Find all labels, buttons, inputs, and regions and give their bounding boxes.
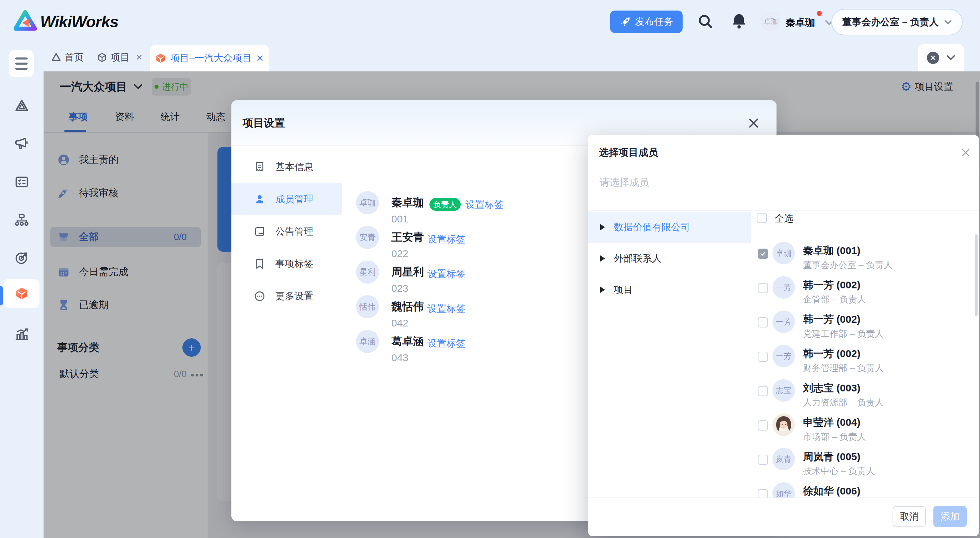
tab-project[interactable]: 项目 ✕ — [97, 43, 143, 71]
tree-node-company[interactable]: 数据价值有限公司 — [588, 211, 751, 243]
member-checkbox[interactable] — [758, 386, 768, 396]
member-checkbox[interactable] — [758, 352, 768, 362]
set-tag-link[interactable]: 设置标签 — [427, 233, 466, 246]
picker-member-name: 刘志宝 (003) — [803, 381, 860, 395]
avatar: 志宝 — [772, 379, 795, 402]
settings-modal-close-icon[interactable] — [748, 117, 759, 129]
nav-more-settings-label: 更多设置 — [275, 290, 313, 303]
member-id: 001 — [391, 213, 408, 225]
top-header: WikiWorks 发布任务 卓珈 秦卓珈 董事会办公室 – 负责人 — [0, 0, 980, 43]
picker-member-name: 周岚青 (005) — [803, 450, 860, 464]
tab-project-label: 项目 — [111, 51, 130, 64]
picker-member-dept: 董事会办公室 – 负责人 — [803, 259, 892, 271]
tab-active-close-icon[interactable]: ✕ — [256, 53, 264, 64]
select-all-checkbox[interactable] — [757, 213, 767, 223]
bookmark-icon — [254, 258, 266, 270]
active-tab-cube-icon — [155, 53, 166, 63]
member-search-input[interactable]: 请选择成员 — [588, 170, 979, 211]
member-id: 023 — [391, 282, 408, 294]
rail-project-cube-icon[interactable] — [15, 287, 29, 300]
picker-member-name: 韩一芳 (002) — [803, 313, 860, 327]
nav-member-management-label: 成员管理 — [275, 193, 313, 206]
picker-member-name: 申莹洋 (004) — [803, 416, 860, 430]
tree-node-external-label: 外部联系人 — [614, 252, 662, 265]
cancel-button[interactable]: 取消 — [892, 506, 926, 527]
avatar: 一芳 — [772, 311, 795, 333]
set-tag-link[interactable]: 设置标签 — [427, 268, 466, 281]
brand-wordmark: WikiWorks — [40, 12, 118, 31]
member-name: 魏恬伟 — [391, 301, 424, 312]
tab-active-project[interactable]: 项目–一汽大众项目 ✕ — [150, 45, 269, 71]
tree-expand-icon[interactable] — [600, 224, 605, 230]
member-id: 042 — [391, 317, 408, 329]
nav-basic-info-label: 基本信息 — [275, 160, 313, 173]
publish-task-button[interactable]: 发布任务 — [610, 11, 682, 33]
project-tab-icon — [97, 52, 107, 63]
rail-wiki-icon[interactable] — [14, 98, 29, 114]
owner-badge: 负责人 — [430, 198, 461, 211]
nav-announcement-label: 公告管理 — [275, 225, 313, 238]
tree-node-external-contacts[interactable]: 外部联系人 — [588, 243, 751, 274]
tree-expand-icon[interactable] — [600, 256, 605, 262]
picker-titlebar: 选择项目成员 — [588, 135, 979, 170]
member-name: 秦卓珈 — [391, 197, 424, 208]
member-checkbox[interactable] — [758, 489, 768, 498]
member-name: 王安青 — [391, 231, 424, 243]
member-picker-modal: 选择项目成员 请选择成员 数据价值有限公司 外部联系人 项目 — [588, 135, 979, 536]
rail-stats-icon[interactable] — [14, 327, 29, 342]
add-button[interactable]: 添加 — [933, 506, 967, 527]
picker-member-name: 韩一芳 (002) — [803, 278, 860, 292]
workspace-caret-icon — [944, 20, 952, 25]
member-search-placeholder: 请选择成员 — [600, 176, 649, 189]
nav-member-management[interactable]: 成员管理 — [231, 183, 342, 215]
org-tree: 数据价值有限公司 外部联系人 项目 — [588, 211, 751, 498]
picker-close-icon[interactable] — [961, 148, 970, 157]
member-checkbox[interactable] — [758, 317, 768, 327]
avatar: 如华 — [772, 482, 795, 498]
tab-list-chevron-icon[interactable] — [946, 55, 956, 61]
avatar: 恬伟 — [356, 295, 379, 318]
set-tag-link[interactable]: 设置标签 — [466, 198, 504, 211]
picker-title: 选择项目成员 — [599, 135, 658, 170]
picker-scrollbar[interactable] — [975, 234, 978, 316]
member-checkbox[interactable] — [758, 421, 768, 430]
nav-item-tags[interactable]: 事项标签 — [231, 248, 342, 280]
picker-member-name: 秦卓珈 (001) — [803, 244, 860, 258]
nav-announcement[interactable]: 公告管理 — [231, 215, 342, 248]
rail-target-icon[interactable] — [14, 250, 29, 265]
set-tag-link[interactable]: 设置标签 — [427, 337, 466, 350]
rail-checklist-icon[interactable] — [14, 175, 29, 189]
notification-dot — [817, 11, 822, 16]
tree-node-projects[interactable]: 项目 — [588, 274, 751, 305]
member-checkbox[interactable] — [758, 249, 768, 259]
nav-item-tags-label: 事项标签 — [275, 257, 313, 270]
tree-expand-icon[interactable] — [600, 287, 605, 293]
workspace-selector-label: 董事会办公室 – 负责人 — [842, 16, 939, 29]
set-tag-link[interactable]: 设置标签 — [427, 302, 466, 315]
nav-more-settings[interactable]: 更多设置 — [231, 280, 342, 312]
tab-bar-controls — [918, 44, 964, 71]
member-checkbox[interactable] — [758, 455, 768, 465]
notification-bell-icon[interactable] — [730, 12, 748, 30]
user-name[interactable]: 秦卓珈 — [785, 16, 815, 30]
nav-basic-info[interactable]: 基本信息 — [231, 151, 342, 183]
workspace-selector[interactable]: 董事会办公室 – 负责人 — [831, 9, 963, 35]
search-icon[interactable] — [697, 13, 714, 30]
rocket-icon — [620, 16, 631, 27]
menu-hamburger-icon[interactable] — [9, 50, 34, 77]
brand-logo-icon — [14, 10, 37, 33]
user-avatar[interactable]: 卓珈 — [761, 11, 781, 31]
avatar: 卓珈 — [356, 191, 379, 214]
tree-node-projects-label: 项目 — [614, 283, 633, 296]
close-all-tabs-icon[interactable] — [927, 52, 939, 64]
picker-body: 数据价值有限公司 外部联系人 项目 全选 卓珈 秦卓珈 (001) 董事 — [588, 211, 979, 498]
member-checkbox[interactable] — [758, 283, 768, 293]
rail-announcement-icon[interactable] — [14, 136, 29, 151]
left-icon-rail — [0, 43, 43, 538]
member-name: 葛卓涵 — [391, 335, 424, 347]
tab-project-close-icon[interactable]: ✕ — [136, 53, 143, 62]
tab-home[interactable]: 首页 — [51, 43, 84, 71]
scroll-icon — [254, 226, 266, 237]
rail-orgchart-icon[interactable] — [14, 213, 29, 227]
publish-task-label: 发布任务 — [635, 15, 673, 28]
